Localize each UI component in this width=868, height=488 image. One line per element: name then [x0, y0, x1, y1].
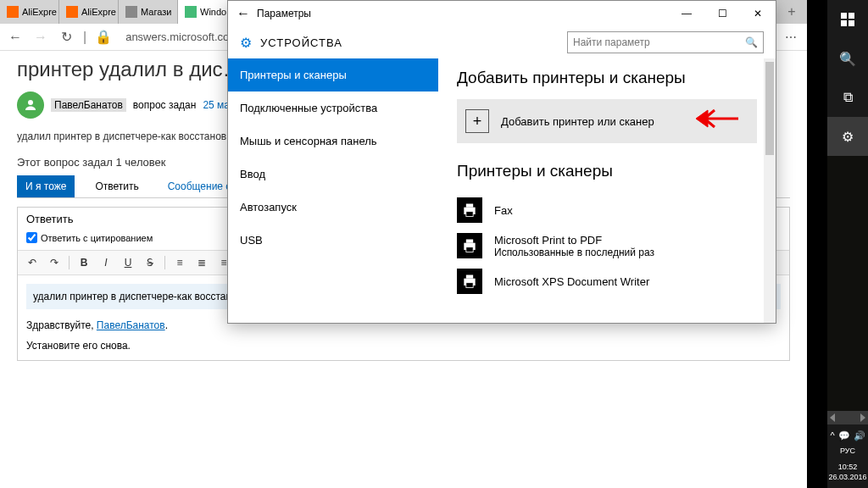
bold-button[interactable]: B: [75, 254, 93, 271]
tab-0[interactable]: AliExpre: [0, 0, 59, 24]
sidebar-item-usb[interactable]: USB: [228, 224, 438, 257]
svg-point-0: [28, 100, 33, 105]
settings-taskbar-icon[interactable]: ⚙: [827, 117, 868, 156]
tray-time[interactable]: 10:52: [827, 462, 868, 473]
plus-icon: +: [465, 109, 489, 133]
quote-label: Ответить с цитированием: [41, 233, 153, 243]
settings-title: Параметры: [257, 8, 669, 19]
align-center-button[interactable]: ≣: [192, 254, 211, 271]
gear-icon: ⚙: [240, 35, 252, 51]
lock-icon: 🔒: [95, 29, 112, 46]
back-button[interactable]: ←: [7, 29, 24, 46]
quote-checkbox[interactable]: [26, 232, 37, 243]
start-button[interactable]: [827, 0, 868, 39]
advice-text: Установите его снова.: [26, 340, 781, 352]
taskbar: 🔍 ⧉ ⚙ ^💬🔊 РУС 10:52 26.03.2016: [827, 0, 868, 488]
sidebar-item-typing[interactable]: Ввод: [228, 158, 438, 191]
annotation-arrow: [689, 104, 740, 136]
svg-rect-8: [466, 275, 473, 279]
taskview-button[interactable]: ⧉: [827, 78, 868, 117]
settings-back-button[interactable]: ←: [236, 6, 257, 21]
svg-rect-2: [466, 204, 473, 208]
settings-window: ← Параметры — ☐ ✕ ⚙ УСТРОЙСТВА Найти пар…: [227, 0, 776, 324]
strike-button[interactable]: S̶: [141, 254, 159, 271]
svg-rect-10: [841, 13, 847, 19]
new-tab-button[interactable]: +: [780, 0, 804, 24]
section-printers-title: Принтеры и сканеры: [457, 162, 757, 180]
svg-rect-5: [466, 240, 473, 243]
mention-link[interactable]: ПавелБанатов: [97, 319, 165, 331]
asked-label: вопрос задан: [133, 99, 197, 111]
forward-button: →: [32, 29, 49, 46]
printer-fax[interactable]: Fax: [457, 192, 757, 228]
printer-pdf[interactable]: Microsoft Print to PDFИспользованные в п…: [457, 228, 757, 263]
printer-icon: [457, 197, 482, 223]
tray-lang[interactable]: РУС: [827, 446, 868, 457]
svg-rect-12: [841, 20, 847, 26]
svg-rect-13: [849, 20, 854, 26]
author-name[interactable]: ПавелБанатов: [51, 98, 126, 112]
refresh-button[interactable]: ↻: [58, 29, 75, 46]
maximize-button[interactable]: ☐: [704, 1, 740, 26]
svg-rect-9: [466, 283, 473, 288]
tray-volume-icon[interactable]: 🔊: [854, 430, 865, 442]
search-button[interactable]: 🔍: [827, 39, 868, 78]
printer-icon: [457, 269, 482, 294]
printer-xps[interactable]: Microsoft XPS Document Writer: [457, 263, 757, 299]
search-icon: 🔍: [745, 36, 758, 48]
taskbar-scroll[interactable]: [827, 411, 868, 424]
settings-scrollbar[interactable]: [764, 58, 776, 323]
tray-notif-icon[interactable]: 💬: [838, 430, 850, 442]
sidebar-item-mouse[interactable]: Мышь и сенсорная панель: [228, 125, 438, 158]
settings-main: Добавить принтеры и сканеры + Добавить п…: [438, 58, 776, 323]
printer-icon: [457, 233, 482, 258]
section-add-title: Добавить принтеры и сканеры: [457, 69, 757, 87]
avatar: [17, 92, 44, 119]
close-button[interactable]: ✕: [740, 1, 776, 26]
svg-rect-6: [466, 247, 473, 252]
italic-button[interactable]: I: [97, 254, 115, 271]
settings-search[interactable]: Найти параметр 🔍: [567, 31, 764, 53]
svg-rect-3: [466, 212, 473, 217]
redo-button[interactable]: ↷: [45, 254, 64, 271]
sidebar-item-devices[interactable]: Подключенные устройства: [228, 92, 438, 125]
undo-button[interactable]: ↶: [23, 254, 42, 271]
tab-2[interactable]: Магази: [119, 0, 178, 24]
underline-button[interactable]: U: [119, 254, 137, 271]
more-icon[interactable]: ⋯: [782, 30, 800, 44]
me-too-button[interactable]: И я тоже: [17, 175, 75, 197]
settings-category: УСТРОЙСТВА: [260, 36, 559, 49]
tab-3[interactable]: Windo: [178, 0, 234, 24]
align-left-button[interactable]: ≡: [170, 254, 189, 271]
svg-rect-11: [849, 13, 854, 19]
tray-up-icon[interactable]: ^: [830, 430, 834, 442]
reply-tab[interactable]: Ответить: [86, 175, 147, 197]
sidebar-item-autoplay[interactable]: Автозапуск: [228, 191, 438, 224]
settings-sidebar: Принтеры и сканеры Подключенные устройст…: [228, 58, 438, 323]
tray-date[interactable]: 26.03.2016: [827, 472, 868, 483]
minimize-button[interactable]: —: [669, 1, 704, 26]
tab-1[interactable]: AliExpre: [59, 0, 119, 24]
add-printer-button[interactable]: + Добавить принтер или сканер: [457, 99, 757, 143]
system-tray[interactable]: ^💬🔊 РУС 10:52 26.03.2016: [827, 424, 868, 488]
sidebar-item-printers[interactable]: Принтеры и сканеры: [228, 58, 438, 92]
